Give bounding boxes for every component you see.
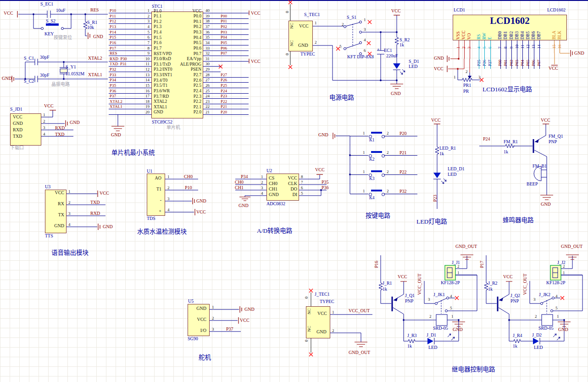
pin-num: 40 <box>205 9 210 13</box>
u2-part: ADC0832 <box>266 202 285 207</box>
pin-name: E <box>488 28 493 39</box>
relay-input-net: P17 <box>480 261 485 268</box>
lcd-backlight-pins: BLA 15 BLK 16 <box>552 28 563 70</box>
net-vcc: VCC <box>315 168 325 173</box>
mcu-pin-row: XTAL2 18 <box>109 99 151 104</box>
net-gnd: GND <box>318 133 328 138</box>
pin-name: GND <box>316 330 327 335</box>
pin-name: VSS <box>456 28 461 39</box>
ledr-value: 1k <box>439 152 444 157</box>
lcd-pin: DB5 12 P05 <box>526 28 531 70</box>
pin-num: 30 <box>205 62 210 66</box>
relay-r2-ref: J_R4 <box>513 333 522 338</box>
pin-num: 10 <box>145 57 150 61</box>
lcd-pin: BLK 16 <box>557 28 563 70</box>
relay-contact-ref: J_JK1 <box>433 292 445 298</box>
relay-q-ref: J_Q1 <box>405 293 415 298</box>
pin-num: 18 <box>145 100 150 104</box>
mcu-pin-row: 31 <box>203 56 249 62</box>
adc-caption: A/D转换电路 <box>257 228 292 234</box>
pot-pin: 1 <box>454 75 456 79</box>
push-button-row[interactable]: 1 2 K1 P20 <box>350 127 419 146</box>
pin-name: GND <box>298 43 308 48</box>
pin-name: P2.2 <box>160 99 201 104</box>
pin-name: DB7 <box>537 28 542 39</box>
net-vcc: VCC <box>251 59 261 64</box>
pin-name: + <box>148 209 161 214</box>
button-contact <box>382 154 385 157</box>
sw-pin: 4 <box>364 38 366 42</box>
lcd-pin: DB0 7 P00 <box>498 28 503 70</box>
mcu-pin-row: 29 <box>203 67 249 72</box>
pin-num: 2 <box>457 264 460 269</box>
mcu-pin-row: RXD P30 10 <box>109 56 151 62</box>
pin-num: 8 <box>504 41 508 49</box>
u3-part: TTS <box>45 234 53 239</box>
lcd-control-pins: RS 4 P25 RW 5 P26 E 6 P27 <box>477 28 494 70</box>
relay-unit[interactable]: P16 J_R1 1k VCC J_Q1 PNP VCC_OUT J_JK1 3… <box>372 243 484 374</box>
pin-num: 4 <box>167 208 170 212</box>
net-p35: P35 <box>322 180 329 185</box>
button-contact <box>382 193 385 196</box>
relay-caption: 继电器控制电路 <box>452 366 495 373</box>
key-net: P32 <box>399 189 407 194</box>
pin-name: DO <box>283 187 297 192</box>
pin-num: 6 <box>148 35 150 39</box>
pin-name: CLK <box>283 181 297 186</box>
pin-name: P2.6 <box>160 78 201 83</box>
pin-net: P07 <box>537 50 541 66</box>
pin-name: TX <box>48 213 64 218</box>
pin-name: VCC <box>283 176 297 181</box>
pin-net: P03 <box>515 50 519 66</box>
pin-num: 0 <box>285 11 289 13</box>
pin-name: P0.4 <box>160 35 201 40</box>
pin-name: DB2 <box>510 28 514 39</box>
pin-name: NC <box>307 309 311 315</box>
d1-value: LED <box>409 64 417 69</box>
resistor-value: 10k <box>87 25 94 30</box>
pin-name: DB6 <box>532 28 536 39</box>
pin-net: P02 <box>221 25 227 29</box>
net-gnd: GND <box>70 120 80 125</box>
u5-ref: U5 <box>188 299 194 304</box>
pin-net: P13 <box>110 25 116 29</box>
net-gnd: GND <box>244 307 255 312</box>
pin-name: BLK <box>558 28 562 39</box>
pin-net: XTAL2 <box>110 100 122 104</box>
lcd-power-pins: VSS 1 VCC 2 VO 3 <box>456 28 473 70</box>
pin-name: P0.5 <box>160 40 201 45</box>
mcu-sub: 单片机 <box>166 125 180 130</box>
net-vcc: VCC <box>44 104 54 109</box>
fmr-ref: FM_R1 <box>504 140 518 145</box>
pin-net: P01 <box>221 19 227 23</box>
pin-num: 0 <box>285 53 289 56</box>
pin-name: CS <box>269 176 274 181</box>
push-button-row[interactable]: 1 2 K4 P32 <box>350 185 419 204</box>
pin-net: P37 <box>110 94 116 98</box>
relay-unit[interactable]: P17 J_R2 1k VCC J_Q2 PNP VCC_OUT J_JK2 3… <box>477 243 588 374</box>
u1-ref: U1 <box>147 169 152 174</box>
net-vcc-out: VCC_OUT <box>523 274 528 295</box>
mcu-pin-row: P10 1 <box>109 8 151 14</box>
mcu-pin-row: XTAL1 19 <box>109 104 151 110</box>
lcd-title: LCD1602 <box>453 15 567 27</box>
push-button-row[interactable]: 1 2 K3 P22 <box>350 165 419 185</box>
pin-name: P2.3 <box>160 94 201 99</box>
d1-ref: S_D1 <box>409 59 419 64</box>
reset-note: 按键复位 <box>54 35 72 40</box>
sw-pin: 6 <box>364 49 366 53</box>
key-net: P22 <box>399 169 407 174</box>
lcd-pin-columns: VSS 1 VCC 2 VO 3 RS 4 P25 RW 5 P26 <box>453 28 563 70</box>
mcu-pin-row: P16 7 <box>109 40 151 45</box>
pin-name: VCC <box>462 28 466 39</box>
pin-num: 1 <box>261 175 263 179</box>
pot-value: PR <box>463 89 469 94</box>
mcu-pin-row: 38 P01 <box>203 19 249 24</box>
button-cap <box>371 132 382 134</box>
pin-num: 11 <box>521 41 525 49</box>
mcu-pin-row: P15 6 <box>109 35 151 40</box>
u2-ref: U2 <box>266 169 272 174</box>
pot-pin: 3 <box>478 75 481 79</box>
push-button-row[interactable]: 1 2 K2 P21 <box>350 146 419 165</box>
pin-num: 21 <box>205 110 210 114</box>
